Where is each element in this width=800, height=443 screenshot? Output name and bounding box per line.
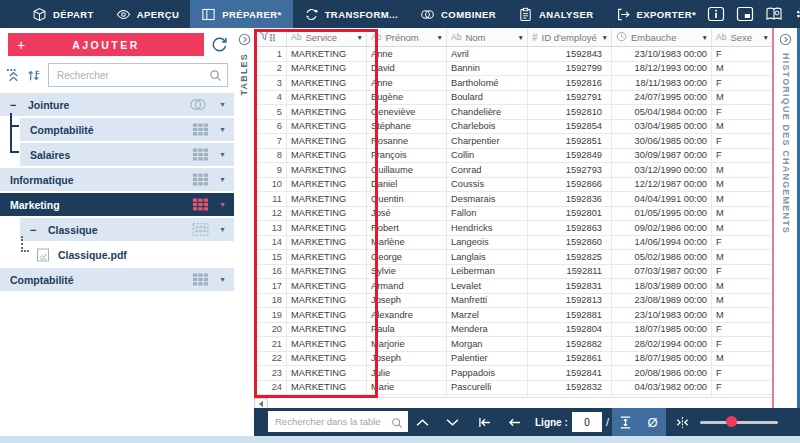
column-header-corner[interactable] bbox=[254, 28, 287, 46]
table-cell[interactable]: Palentier bbox=[447, 352, 528, 366]
table-cell[interactable]: 1592843 bbox=[528, 47, 612, 61]
table-cell[interactable]: 12/12/1987 00:00 bbox=[612, 178, 712, 192]
table-cell[interactable]: Pascurelli bbox=[447, 381, 528, 395]
table-cell[interactable]: 1592849 bbox=[528, 149, 612, 163]
table-cell[interactable]: 1592854 bbox=[528, 120, 612, 134]
table-cell[interactable]: Joseph bbox=[367, 352, 447, 366]
table-cell[interactable]: MARKETING bbox=[287, 62, 367, 76]
table-cell[interactable]: F bbox=[712, 265, 772, 279]
table-cell[interactable]: 1592816 bbox=[528, 76, 612, 90]
history-panel-tab[interactable]: HISTORIQUE DES CHANGEMENTS bbox=[772, 28, 800, 408]
menu-item-combiner[interactable]: COMBINER bbox=[409, 0, 507, 28]
table-cell[interactable]: MARKETING bbox=[287, 337, 367, 351]
row-number-cell[interactable]: 21 bbox=[254, 337, 287, 351]
table-cell[interactable]: M bbox=[712, 279, 772, 293]
table-cell[interactable]: M bbox=[712, 294, 772, 308]
chevron-down-icon[interactable]: ▼ bbox=[219, 101, 226, 108]
add-table-button[interactable]: + AJOUTER bbox=[8, 33, 204, 56]
table-cell[interactable]: F bbox=[712, 236, 772, 250]
table-cell[interactable]: Coussis bbox=[447, 178, 528, 192]
sidebar-item-informatique[interactable]: Informatique▼ bbox=[0, 168, 234, 191]
table-cell[interactable]: F bbox=[712, 149, 772, 163]
table-row[interactable]: 3MARKETINGAnneBartholomé159281618/11/198… bbox=[254, 76, 772, 91]
table-row[interactable]: 23MARKETINGJuliePappadois159284120/08/19… bbox=[254, 366, 772, 381]
filter-dropdown-icon[interactable]: ▼ bbox=[763, 34, 769, 41]
table-cell[interactable]: Langlais bbox=[447, 250, 528, 264]
table-row[interactable]: 9MARKETINGGuillaumeConrad159279303/12/19… bbox=[254, 163, 772, 178]
row-number-cell[interactable]: 12 bbox=[254, 207, 287, 221]
table-cell[interactable]: MARKETING bbox=[287, 207, 367, 221]
table-cell[interactable]: 18/07/1985 00:00 bbox=[612, 323, 712, 337]
table-cell[interactable]: 03/04/1985 00:00 bbox=[612, 120, 712, 134]
menu-item-transform[interactable]: TRANSFORM... bbox=[293, 0, 409, 28]
row-number-cell[interactable]: 1 bbox=[254, 47, 287, 61]
table-cell[interactable]: 28/02/1994 00:00 bbox=[612, 337, 712, 351]
table-cell[interactable]: Conrad bbox=[447, 163, 528, 177]
table-cell[interactable]: Stéphane bbox=[367, 120, 447, 134]
table-cell[interactable]: F bbox=[712, 47, 772, 61]
find-previous-button[interactable] bbox=[408, 408, 436, 436]
menu-item-analyser[interactable]: ANALYSER bbox=[507, 0, 605, 28]
table-row[interactable]: 13MARKETINGRobertHendricks159286309/02/1… bbox=[254, 221, 772, 236]
table-cell[interactable]: 23/10/1983 00:00 bbox=[612, 308, 712, 322]
row-number-cell[interactable]: 17 bbox=[254, 279, 287, 293]
table-cell[interactable]: Daniel bbox=[367, 178, 447, 192]
row-number-cell[interactable]: 23 bbox=[254, 366, 287, 380]
table-cell[interactable]: 23/08/1989 00:00 bbox=[612, 294, 712, 308]
table-cell[interactable]: 1592882 bbox=[528, 337, 612, 351]
table-cell[interactable]: 18/11/1983 00:00 bbox=[612, 76, 712, 90]
sidebar-search-input[interactable] bbox=[48, 63, 228, 87]
table-cell[interactable]: M bbox=[712, 62, 772, 76]
table-cell[interactable]: MARKETING bbox=[287, 250, 367, 264]
table-cell[interactable]: MARKETING bbox=[287, 236, 367, 250]
table-cell[interactable]: Charlebois bbox=[447, 120, 528, 134]
table-cell[interactable]: M bbox=[712, 91, 772, 105]
table-cell[interactable]: Anne bbox=[367, 47, 447, 61]
table-cell[interactable]: Alexandre bbox=[367, 308, 447, 322]
row-number-cell[interactable]: 9 bbox=[254, 163, 287, 177]
table-cell[interactable]: 30/09/1987 00:00 bbox=[612, 149, 712, 163]
table-row[interactable]: 15MARKETINGGeorgeLanglais159282505/02/19… bbox=[254, 250, 772, 265]
table-row[interactable]: 4MARKETINGEugèneBoulard159279124/07/1995… bbox=[254, 91, 772, 106]
table-cell[interactable]: Leiberman bbox=[447, 265, 528, 279]
table-cell[interactable]: MARKETING bbox=[287, 366, 367, 380]
help-book-icon[interactable] bbox=[765, 6, 783, 22]
filter-dropdown-icon[interactable]: ▼ bbox=[357, 34, 363, 41]
row-number-cell[interactable]: 18 bbox=[254, 294, 287, 308]
table-cell[interactable]: 1592793 bbox=[528, 163, 612, 177]
table-cell[interactable]: F bbox=[712, 366, 772, 380]
table-cell[interactable]: Desmarais bbox=[447, 192, 528, 206]
row-number-cell[interactable]: 14 bbox=[254, 236, 287, 250]
menu-item-aper-u[interactable]: APERÇU bbox=[105, 0, 191, 28]
table-cell[interactable]: Bannin bbox=[447, 62, 528, 76]
table-cell[interactable]: 1592791 bbox=[528, 91, 612, 105]
sort-icon[interactable] bbox=[25, 67, 42, 84]
table-cell[interactable]: Robert bbox=[367, 221, 447, 235]
table-cell[interactable]: Anne bbox=[367, 76, 447, 90]
filter-dropdown-icon[interactable]: ▼ bbox=[437, 34, 443, 41]
filter-dropdown-icon[interactable]: ▼ bbox=[702, 34, 708, 41]
tables-panel-tab[interactable]: TABLES bbox=[234, 28, 254, 408]
table-cell[interactable]: 30/06/1985 00:00 bbox=[612, 134, 712, 148]
collapse-minus-icon[interactable]: − bbox=[10, 99, 28, 111]
table-cell[interactable]: Marzel bbox=[447, 308, 528, 322]
table-cell[interactable]: Fallon bbox=[447, 207, 528, 221]
table-row[interactable]: 6MARKETINGStéphaneCharlebois159285403/04… bbox=[254, 120, 772, 135]
table-cell[interactable]: MARKETING bbox=[287, 76, 367, 90]
row-number-cell[interactable]: 24 bbox=[254, 381, 287, 395]
go-first-row-button[interactable] bbox=[470, 408, 498, 436]
table-cell[interactable]: MARKETING bbox=[287, 294, 367, 308]
table-cell[interactable]: F bbox=[712, 323, 772, 337]
table-cell[interactable]: 18/03/1989 00:00 bbox=[612, 279, 712, 293]
table-cell[interactable]: 03/12/1990 00:00 bbox=[612, 163, 712, 177]
row-number-cell[interactable]: 7 bbox=[254, 134, 287, 148]
table-cell[interactable]: 01/05/1995 00:00 bbox=[612, 207, 712, 221]
chevron-down-icon[interactable]: ▼ bbox=[219, 201, 226, 208]
table-cell[interactable]: MARKETING bbox=[287, 323, 367, 337]
table-cell[interactable]: Collin bbox=[447, 149, 528, 163]
table-cell[interactable]: 24/07/1995 00:00 bbox=[612, 91, 712, 105]
table-cell[interactable]: 1592804 bbox=[528, 323, 612, 337]
table-cell[interactable]: 07/03/1987 00:00 bbox=[612, 265, 712, 279]
table-cell[interactable]: 1592810 bbox=[528, 105, 612, 119]
table-row[interactable]: 5MARKETINGGenevièveChandelière159281005/… bbox=[254, 105, 772, 120]
